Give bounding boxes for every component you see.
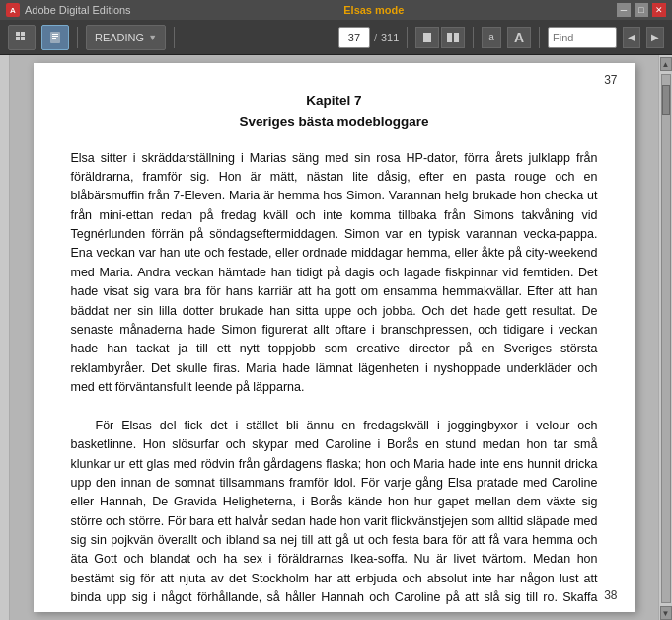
- reading-mode-label: READING: [95, 32, 144, 43]
- svg-rect-0: [16, 32, 20, 36]
- toolbar-separator-5: [539, 27, 540, 48]
- font-large-button[interactable]: A: [507, 27, 531, 48]
- svg-rect-1: [21, 32, 25, 36]
- svg-rect-2: [16, 37, 20, 40]
- maximize-button[interactable]: □: [635, 3, 648, 17]
- close-button[interactable]: ✕: [652, 3, 666, 17]
- single-page-button[interactable]: [415, 27, 439, 48]
- two-page-button[interactable]: [441, 27, 465, 48]
- scroll-thumb[interactable]: [662, 85, 670, 115]
- library-view-button[interactable]: [8, 25, 36, 50]
- chapter-title: Kapitel 7: [71, 91, 598, 111]
- window-controls: ─ □ ✕: [617, 3, 666, 17]
- main-area: 37 Kapitel 7 Sveriges bästa modebloggare…: [0, 55, 672, 620]
- svg-rect-5: [52, 34, 58, 35]
- view-toggle: [415, 27, 465, 48]
- left-panel: [0, 55, 10, 620]
- minimize-button[interactable]: ─: [617, 3, 631, 17]
- app-icon: A: [6, 3, 20, 17]
- scroll-up-button[interactable]: ▲: [660, 57, 672, 71]
- book-text: Elsa sitter i skräddarställning i Marias…: [71, 149, 598, 613]
- scroll-track[interactable]: [661, 74, 671, 603]
- scroll-down-button[interactable]: ▼: [660, 606, 672, 620]
- book-page-wrapper: 37 Kapitel 7 Sveriges bästa modebloggare…: [10, 55, 658, 620]
- toolbar: READING ▼ / 311 a A ◀ ▶: [0, 20, 672, 55]
- right-scrollbar[interactable]: ▲ ▼: [658, 55, 672, 620]
- title-bar: A Adobe Digital Editions Elsas mode ─ □ …: [0, 0, 672, 20]
- paragraph-1: Elsa sitter i skräddarställning i Marias…: [71, 149, 598, 398]
- toolbar-separator-4: [473, 27, 474, 48]
- page-number-top: 37: [604, 73, 617, 87]
- page-number-bottom: 38: [604, 588, 617, 602]
- page-navigation: / 311: [338, 27, 399, 48]
- svg-rect-7: [52, 38, 56, 39]
- toolbar-separator-2: [174, 27, 175, 48]
- svg-rect-10: [454, 33, 459, 42]
- font-small-button[interactable]: a: [482, 27, 501, 48]
- page-input[interactable]: [338, 27, 370, 48]
- chevron-down-icon: ▼: [148, 33, 157, 42]
- page-total: 311: [381, 32, 399, 43]
- title-bar-left: A Adobe Digital Editions: [6, 3, 131, 17]
- toolbar-separator-3: [407, 27, 408, 48]
- find-prev-button[interactable]: ◀: [623, 27, 640, 48]
- window-title: Elsas mode: [343, 4, 404, 16]
- paragraph-2: För Elsas del fick det i stället bli änn…: [71, 417, 598, 612]
- book-page: 37 Kapitel 7 Sveriges bästa modebloggare…: [34, 63, 635, 612]
- reading-mode-button[interactable]: READING ▼: [86, 25, 166, 50]
- page-separator: /: [374, 32, 377, 43]
- svg-rect-3: [21, 37, 25, 40]
- svg-rect-9: [447, 33, 452, 42]
- svg-rect-6: [52, 36, 58, 37]
- chapter-subtitle: Sveriges bästa modebloggare: [71, 113, 598, 132]
- app-name: Adobe Digital Editions: [25, 4, 131, 16]
- svg-rect-8: [423, 33, 431, 42]
- find-next-button[interactable]: ▶: [646, 27, 664, 48]
- toolbar-separator-1: [77, 27, 78, 48]
- reading-view-button[interactable]: [41, 25, 69, 50]
- find-input[interactable]: [548, 27, 617, 48]
